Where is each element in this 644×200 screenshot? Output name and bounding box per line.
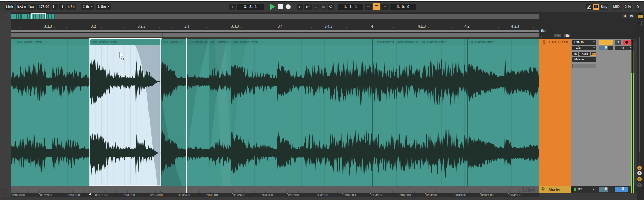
- svg-text:180 Classic Amen: 180 Classic Amen: [232, 40, 258, 44]
- svg-text:180 Classic Ar: 180 Classic Ar: [210, 40, 231, 44]
- svg-text:180 Classic Ar: 180 Classic Ar: [397, 40, 418, 44]
- svg-text:180 Classic Amen: 180 Classic Amen: [91, 40, 117, 44]
- svg-text:180 Classic Amen: 180 Classic Amen: [469, 40, 494, 44]
- svg-text:... 180 Classic Amen: ... 180 Classic Amen: [13, 40, 42, 44]
- svg-text:180 Classic Amen: 180 Classic Amen: [421, 40, 446, 44]
- svg-text:180 Classic Ar: 180 Classic Ar: [162, 40, 183, 44]
- svg-text:180 Classic Ar: 180 Classic Ar: [374, 40, 394, 44]
- svg-text:180 Classic Ar: 180 Classic Ar: [187, 40, 207, 44]
